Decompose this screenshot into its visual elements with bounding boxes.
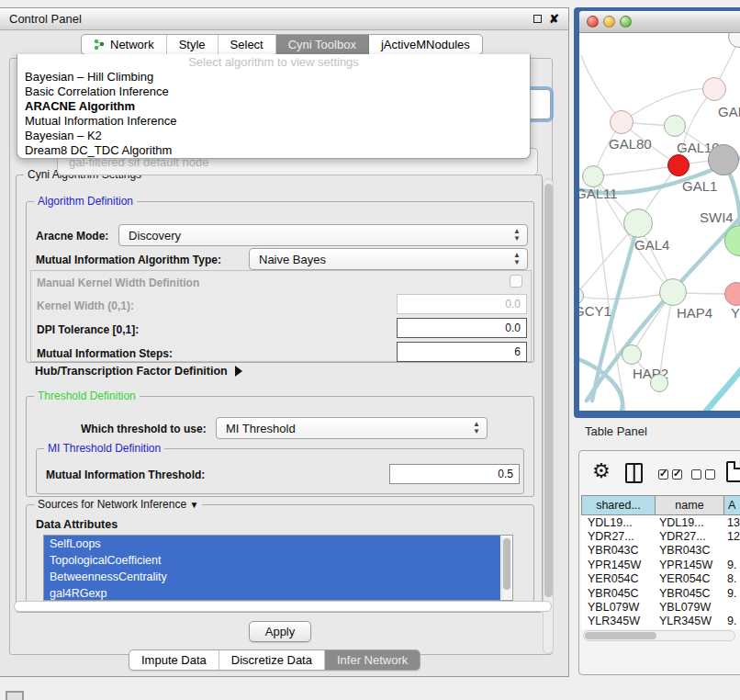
corner-widget[interactable] [6, 691, 24, 700]
table-cell: YBL079W [655, 601, 723, 614]
aracne-mode-combobox[interactable]: Discovery ▲▼ [118, 224, 528, 246]
data-attributes-list[interactable]: SelfLoopsTopologicalCoefficientBetweenne… [43, 535, 513, 601]
aracne-mode-label: Aracne Mode: [36, 230, 108, 243]
cyni-bottom-tabs: Impute Data Discretize Data Infer Networ… [129, 649, 420, 671]
columns-icon[interactable] [625, 463, 643, 483]
algorithm-option[interactable]: Basic Correlation Inference [17, 85, 530, 99]
attribute-list-item[interactable]: SelfLoops [44, 536, 500, 552]
table-row[interactable]: YIL052CYIL052C9. [581, 628, 740, 629]
table-cell: 9. [723, 587, 740, 600]
algorithm-option[interactable]: Bayesian – K2 [17, 129, 530, 143]
mi-threshold-field[interactable]: 0.5 [389, 464, 520, 484]
network-node[interactable] [702, 77, 726, 101]
zoom-traffic-light-icon[interactable] [620, 16, 632, 28]
table-row[interactable]: YBR045CYBR045C9. [581, 586, 740, 600]
close-traffic-light-icon[interactable] [587, 16, 599, 28]
algorithm-dropdown-list[interactable]: Select algorithm to view settings Bayesi… [17, 54, 531, 159]
float-window-icon[interactable] [533, 15, 542, 23]
table-rows[interactable]: YDL19...YDL19...13YDR27...YDR27...12YBR0… [581, 515, 740, 629]
table-cell: 13 [723, 516, 740, 529]
attribute-list-item[interactable]: gal4RGexp [44, 585, 500, 601]
column-header-shared-name[interactable]: shared... [581, 495, 655, 515]
manual-kernel-checkbox[interactable] [510, 275, 522, 288]
network-node[interactable] [667, 154, 690, 176]
network-node[interactable] [623, 209, 653, 238]
node-label: GAL11 [579, 186, 618, 201]
network-node[interactable] [650, 374, 668, 392]
table-cell: YBR043C [581, 544, 655, 557]
algorithm-option[interactable]: Dream8 DC_TDC Algorithm [17, 143, 530, 158]
hub-definition-expander[interactable]: Hub/Transcription Factor Definition [35, 365, 242, 378]
table-row[interactable]: YBL079WYBL079W [581, 600, 740, 614]
mi-steps-label: Mutual Information Steps: [37, 347, 173, 360]
table-row[interactable]: YLR345WYLR345W9. [581, 615, 740, 628]
algorithm-option[interactable]: ARACNE Algorithm [17, 99, 530, 114]
network-node[interactable] [659, 278, 687, 306]
tab-jactivemnodules[interactable]: jActiveMNodules [369, 35, 482, 54]
table-panel-window: ⚙ shared... name A YDL19...YDL19...13YDR… [578, 450, 740, 675]
which-threshold-combobox[interactable]: MI Threshold ▲▼ [216, 417, 488, 439]
network-node[interactable] [664, 115, 686, 137]
tab-impute-data[interactable]: Impute Data [129, 650, 219, 670]
network-node[interactable] [610, 110, 633, 134]
table-cell: YPR145W [655, 559, 723, 571]
table-cell: YDL19... [581, 516, 655, 529]
table-cell: YER054C [581, 572, 655, 585]
network-canvas[interactable]: GALGAL80GAL10GAL1GAL11SWI4GAL4GCY1HAP4YH… [579, 33, 740, 411]
node-label: GAL [718, 104, 740, 119]
node-label: GAL1 [682, 178, 717, 194]
algorithm-definition-title: Algorithm Definition [34, 195, 137, 208]
table-horizontal-scrollbar[interactable] [583, 630, 735, 641]
cyni-algorithm-settings-group: Cyni Algorithm Settings Algorithm Defini… [16, 175, 543, 613]
tab-infer-network[interactable]: Infer Network [325, 650, 420, 670]
mi-threshold-label: Mutual Information Threshold: [46, 469, 205, 481]
table-row[interactable]: YER054CYER054C8. [581, 572, 740, 586]
control-panel-title: Control Panel [9, 12, 82, 26]
mi-type-combobox[interactable]: Naive Bayes ▲▼ [249, 248, 528, 270]
tab-style[interactable]: Style [167, 35, 219, 54]
attribute-list-item[interactable]: TopologicalCoefficient [44, 552, 500, 569]
new-table-icon[interactable] [726, 461, 740, 482]
dpi-tolerance-label: DPI Tolerance [0,1]: [37, 323, 139, 336]
network-window-titlebar[interactable] [579, 11, 740, 33]
dpi-tolerance-field[interactable]: 0.0 [397, 318, 527, 338]
stepper-arrows-icon: ▲▼ [473, 421, 480, 435]
settings-horizontal-scrollbar[interactable] [14, 601, 552, 612]
algorithm-definition-group: Algorithm Definition Aracne Mode: Discov… [26, 201, 534, 363]
table-cell: YER054C [655, 572, 723, 585]
table-cell: YPR145W [581, 559, 655, 571]
table-row[interactable]: YBR043CYBR043C [581, 544, 740, 558]
algorithm-option[interactable]: Bayesian – Hill Climbing [17, 70, 530, 85]
node-label: GCY1 [579, 303, 611, 319]
apply-button[interactable]: Apply [249, 621, 311, 642]
network-node[interactable] [622, 344, 642, 365]
algorithm-option[interactable]: Mutual Information Inference [17, 114, 530, 129]
control-panel-window: Control Panel ✘ Network Style Select Cyn… [0, 7, 569, 677]
network-node[interactable] [708, 144, 739, 175]
dropdown-placeholder: Select algorithm to view settings [17, 54, 530, 70]
threshold-definition-title: Threshold Definition [34, 390, 140, 402]
close-icon[interactable]: ✘ [549, 13, 559, 25]
attribute-list-item[interactable]: BetweennessCentrality [44, 569, 500, 585]
control-panel-titlebar[interactable]: Control Panel ✘ [0, 8, 568, 30]
network-node[interactable] [582, 165, 604, 187]
tab-network[interactable]: Network [82, 35, 167, 54]
tab-select[interactable]: Select [219, 35, 276, 54]
column-header-name[interactable]: name [655, 495, 723, 515]
mi-steps-field[interactable]: 6 [397, 342, 527, 362]
column-header-partial[interactable]: A [723, 495, 740, 515]
minimize-traffic-light-icon[interactable] [603, 16, 615, 28]
table-row[interactable]: YDL19...YDL19...13 [581, 515, 740, 529]
table-cell: 9. [723, 615, 740, 627]
select-all-columns-icon[interactable] [658, 469, 682, 480]
gear-icon[interactable]: ⚙ [592, 461, 611, 481]
tab-discretize-data[interactable]: Discretize Data [219, 650, 325, 670]
settings-vertical-scrollbar[interactable] [543, 178, 554, 654]
list-vertical-scrollbar[interactable] [501, 536, 511, 599]
table-row[interactable]: YPR145WYPR145W9. [581, 558, 740, 571]
table-row[interactable]: YDR27...YDR27...12 [581, 529, 740, 543]
deselect-all-columns-icon[interactable] [691, 469, 715, 480]
sources-group-title[interactable]: Sources for Network Inference ▼ [34, 498, 202, 511]
kernel-width-field[interactable]: 0.0 [397, 294, 527, 314]
tab-cyni-toolbox[interactable]: Cyni Toolbox [276, 35, 369, 54]
